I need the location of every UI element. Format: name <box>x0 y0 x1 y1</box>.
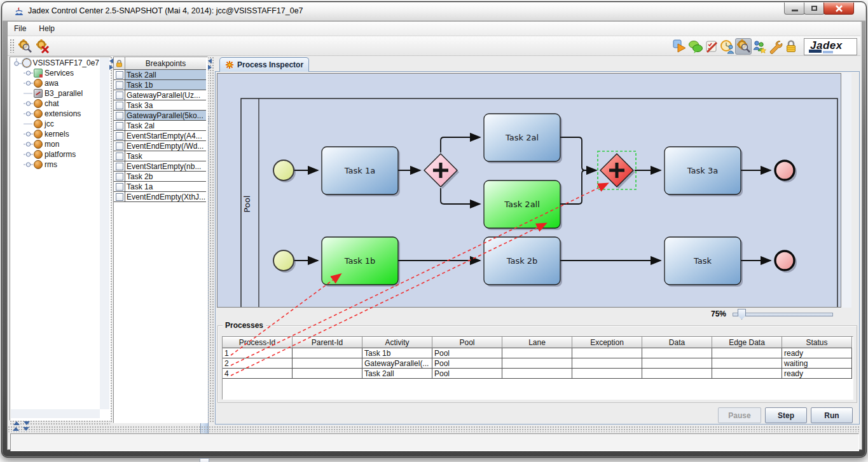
breakpoint-checkbox[interactable] <box>116 71 123 79</box>
tree-item-platforms[interactable]: platforms <box>11 149 99 160</box>
breakpoint-checkbox[interactable] <box>116 163 123 170</box>
process-cell[interactable]: Task 1b <box>362 348 432 358</box>
menu-file[interactable]: File <box>14 24 26 33</box>
breakpoint-row[interactable]: Task 1a <box>114 182 206 192</box>
process-cell[interactable] <box>293 369 362 379</box>
breakpoint-checkbox[interactable] <box>116 132 123 140</box>
breakpoint-row[interactable]: EventStartEmpty(A4... <box>114 131 206 141</box>
tree-item-rms[interactable]: rms <box>11 160 99 170</box>
tab-process-inspector[interactable]: Process Inspector <box>219 57 309 72</box>
process-cell[interactable] <box>642 348 712 358</box>
conversation-icon[interactable] <box>687 38 704 55</box>
breakpoint-row[interactable]: GatewayParallel(5ko... <box>114 111 206 121</box>
task-2b[interactable]: Task 2b <box>484 237 562 287</box>
process-cell[interactable] <box>502 358 572 369</box>
process-cell[interactable]: ready <box>782 348 852 358</box>
task-plain[interactable]: Task <box>665 237 743 287</box>
start-event-1[interactable] <box>273 160 294 180</box>
column-header-pool[interactable]: Pool <box>432 337 502 348</box>
process-cell[interactable]: ready <box>782 369 852 379</box>
process-cell[interactable] <box>502 348 572 358</box>
column-header-exception[interactable]: Exception <box>572 337 642 348</box>
tree-item-awa[interactable]: awa <box>11 78 99 88</box>
breakpoint-checkbox[interactable] <box>116 102 123 109</box>
process-cell[interactable] <box>293 358 362 369</box>
breakpoint-label[interactable]: Task 1a <box>125 182 206 191</box>
process-cell[interactable] <box>712 358 782 369</box>
breakpoint-row[interactable]: EventEndEmpty(XthJ... <box>114 192 206 202</box>
zoom-slider-track[interactable] <box>733 313 833 316</box>
open-platform-icon[interactable] <box>17 38 33 55</box>
process-cell[interactable]: 1 <box>223 348 293 358</box>
awareness-icon[interactable] <box>751 38 768 55</box>
breakpoint-label[interactable]: EventStartEmpty(nb... <box>125 161 206 171</box>
minimize-button[interactable] <box>784 3 805 15</box>
tree-item-extensions[interactable]: extensions <box>11 109 99 119</box>
column-header-activity[interactable]: Activity <box>362 337 432 348</box>
breakpoint-checkbox[interactable] <box>116 173 123 180</box>
breakpoint-row[interactable]: GatewayParallel(Uz... <box>114 90 206 100</box>
bpmn-canvas[interactable]: Pool Task 1a Task 2al Task 2all <box>217 73 841 308</box>
breakpoint-checkbox[interactable] <box>116 142 123 150</box>
breakpoint-checkbox[interactable] <box>116 112 123 119</box>
tree-expand-handle[interactable] <box>24 79 34 88</box>
column-header-lane[interactable]: Lane <box>502 337 572 348</box>
tree-item-chat[interactable]: chat <box>11 99 99 109</box>
tree-item-kernels[interactable]: kernels <box>11 129 99 139</box>
process-cell[interactable] <box>293 348 362 358</box>
tree-item-services[interactable]: Services <box>11 68 99 78</box>
tree-expand-handle[interactable] <box>24 99 34 108</box>
breakpoint-checkbox[interactable] <box>116 81 123 89</box>
canvas-vertical-scrollbar[interactable] <box>841 73 851 308</box>
run-button[interactable]: Run <box>811 407 853 423</box>
breakpoint-label[interactable]: GatewayParallel(Uz... <box>125 90 206 100</box>
process-cell[interactable] <box>502 369 572 379</box>
simulation-icon[interactable] <box>719 38 736 55</box>
menu-help[interactable]: Help <box>39 24 55 33</box>
task-3a[interactable]: Task 3a <box>665 147 743 196</box>
process-cell[interactable] <box>642 369 712 379</box>
breakpoint-checkbox[interactable] <box>116 122 123 130</box>
breakpoint-row[interactable]: EventStartEmpty(nb... <box>114 161 206 172</box>
process-cell[interactable] <box>572 369 642 379</box>
breakpoint-label[interactable]: EventEndEmpty(/Wd... <box>125 141 206 151</box>
end-event-2[interactable] <box>775 251 794 270</box>
starter-icon[interactable] <box>672 38 688 55</box>
breakpoint-checkbox[interactable] <box>116 183 123 191</box>
breakpoint-label[interactable]: Task 2all <box>125 70 206 79</box>
breakpoint-label[interactable]: GatewayParallel(5ko... <box>125 111 206 120</box>
breakpoint-label[interactable]: Task <box>125 151 206 161</box>
horizontal-splitter[interactable] <box>8 426 860 432</box>
process-cell[interactable]: Pool <box>432 358 502 369</box>
tree-expand-handle[interactable] <box>24 160 34 169</box>
breakpoint-row[interactable]: EventEndEmpty(/Wd... <box>114 141 206 151</box>
process-cell[interactable]: 2 <box>223 358 293 369</box>
task-1a[interactable]: Task 1a <box>322 147 400 196</box>
column-header-parent-id[interactable]: Parent-Id <box>293 337 362 348</box>
maximize-button[interactable] <box>804 3 825 15</box>
toolbar-grip[interactable] <box>10 39 15 53</box>
breakpoint-row[interactable]: Task 2al <box>114 121 206 131</box>
test-center-icon[interactable] <box>703 38 720 55</box>
process-cell[interactable] <box>572 348 642 358</box>
pause-button[interactable]: Pause <box>718 407 761 423</box>
breakpoint-label[interactable]: Task 3a <box>125 100 206 110</box>
breakpoints-lock-column-header[interactable] <box>114 57 125 70</box>
process-cell[interactable] <box>712 369 782 379</box>
tree-horizontal-scrollbar[interactable] <box>11 409 100 418</box>
breakpoints-column-header[interactable]: Breakpoints <box>125 57 206 70</box>
end-event-1[interactable] <box>775 161 794 180</box>
breakpoint-row[interactable]: Task 2b <box>114 172 206 182</box>
process-cell[interactable] <box>642 358 712 369</box>
start-event-2[interactable] <box>273 250 294 271</box>
tree-item-jcc[interactable]: jcc <box>11 119 99 129</box>
process-cell[interactable]: GatewayParallel(... <box>362 358 432 369</box>
task-2all[interactable]: Task 2all <box>484 180 562 230</box>
breakpoint-label[interactable]: Task 2b <box>125 172 206 181</box>
tree-item-vsisstaff17-0e7[interactable]: VSISSTAFF17_0e7 <box>11 58 99 68</box>
breakpoint-checkbox[interactable] <box>116 193 123 201</box>
close-button[interactable] <box>823 3 854 15</box>
process-cell[interactable]: waiting <box>782 358 852 369</box>
breakpoint-row[interactable]: Task <box>114 151 206 161</box>
column-header-process-id[interactable]: Process-Id <box>223 337 293 348</box>
